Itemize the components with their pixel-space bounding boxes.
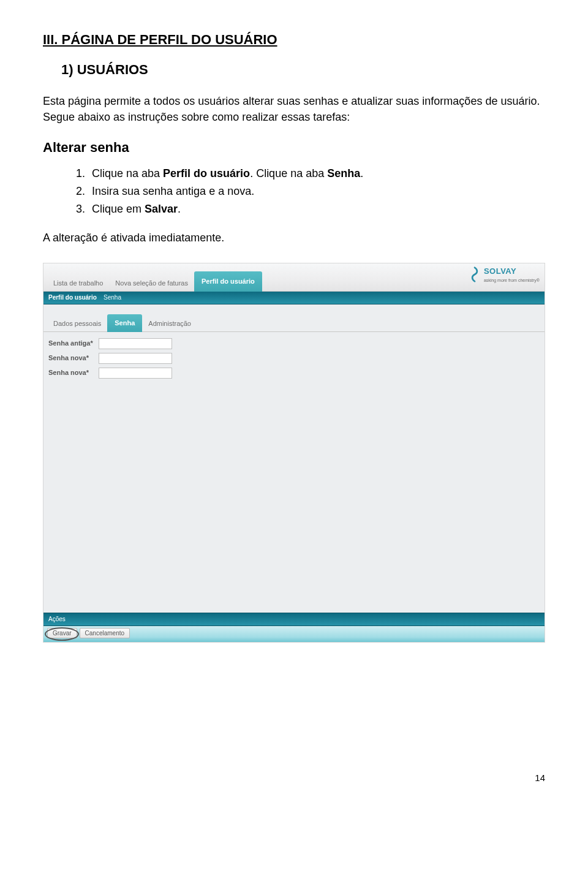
row-old-password: Senha antiga* [48, 338, 540, 349]
tab-user-profile[interactable]: Perfil do usuário [194, 271, 262, 292]
password-form: Senha antiga* Senha nova* Senha nova* [43, 332, 545, 388]
row-new-password-confirm: Senha nova* [48, 368, 540, 379]
section-heading: III. PÁGINA DE PERFIL DO USUÁRIO [43, 31, 545, 50]
step-number: 2. [76, 184, 92, 199]
embedded-screenshot: Lista de trabalho Nova seleção de fatura… [43, 263, 545, 643]
main-tabs-bar: Lista de trabalho Nova seleção de fatura… [43, 263, 545, 292]
breadcrumb-parent: Perfil do usuário [48, 294, 97, 301]
subtabs-bar: Dados pessoais Senha Administração [43, 309, 545, 331]
subsection-heading: 1) USUÁRIOS [61, 61, 545, 80]
input-new-password-confirm[interactable] [99, 368, 172, 379]
step-text: Clique em Salvar. [92, 202, 181, 217]
input-new-password[interactable] [99, 353, 172, 364]
label-new-password-confirm: Senha nova* [48, 368, 99, 377]
actions-panel: Ações Gravar Cancelamento [43, 613, 545, 642]
brand-name: SOLVAY [484, 266, 516, 276]
tab-new-invoice-selection[interactable]: Nova seleção de faturas [109, 275, 194, 291]
subsubheading: Alterar senha [43, 138, 545, 157]
breadcrumb: Perfil do usuário Senha [43, 292, 545, 304]
page-number: 14 [43, 771, 545, 784]
subtab-password[interactable]: Senha [107, 314, 142, 331]
label-new-password: Senha nova* [48, 353, 99, 363]
brand-tagline: asking more from chemistry® [484, 278, 540, 284]
step-2: 2. Insira sua senha antiga e a nova. [76, 184, 545, 199]
actions-title: Ações [43, 613, 545, 626]
label-old-password: Senha antiga* [48, 339, 99, 348]
save-button[interactable]: Gravar [47, 628, 77, 638]
step-text: Clique na aba Perfil do usuário. Clique … [92, 166, 363, 181]
cancel-button[interactable]: Cancelamento [80, 628, 130, 638]
step-number: 3. [76, 202, 92, 217]
step-text: Insira sua senha antiga e a nova. [92, 184, 254, 199]
step-3: 3. Clique em Salvar. [76, 202, 545, 217]
step-1: 1. Clique na aba Perfil do usuário. Cliq… [76, 166, 545, 181]
closing-paragraph: A alteração é ativada imediatamente. [43, 230, 545, 246]
subtab-administration[interactable]: Administração [142, 316, 197, 331]
actions-buttons-row: Gravar Cancelamento [43, 626, 545, 642]
input-old-password[interactable] [99, 338, 172, 349]
intro-paragraph: Esta página permite a todos os usuários … [43, 93, 545, 125]
row-new-password: Senha nova* [48, 353, 540, 364]
tab-worklist[interactable]: Lista de trabalho [47, 275, 109, 291]
breadcrumb-current: Senha [104, 294, 121, 301]
step-number: 1. [76, 166, 92, 181]
ordered-steps: 1. Clique na aba Perfil do usuário. Cliq… [76, 166, 545, 217]
subtab-personal-data[interactable]: Dados pessoais [47, 316, 107, 331]
solvay-mark-icon [469, 266, 480, 282]
brand-logo: SOLVAY asking more from chemistry® [469, 266, 540, 283]
